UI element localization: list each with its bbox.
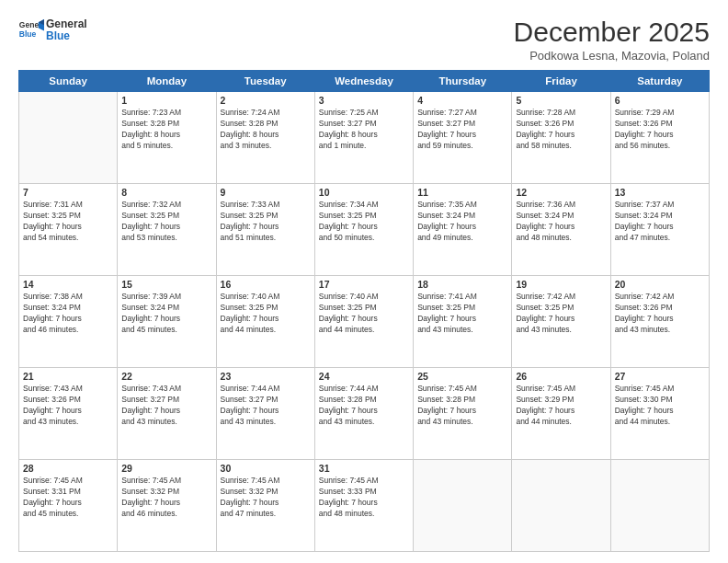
calendar-cell: 1Sunrise: 7:23 AMSunset: 3:28 PMDaylight… — [118, 92, 216, 184]
col-header-thursday: Thursday — [414, 71, 512, 92]
day-number: 18 — [417, 279, 507, 290]
calendar-cell: 25Sunrise: 7:45 AMSunset: 3:28 PMDayligh… — [414, 368, 512, 460]
day-info: Sunrise: 7:25 AMSunset: 3:27 PMDaylight:… — [319, 108, 409, 152]
day-info: Sunrise: 7:33 AMSunset: 3:25 PMDaylight:… — [221, 200, 311, 244]
calendar-cell: 30Sunrise: 7:45 AMSunset: 3:32 PMDayligh… — [216, 460, 314, 552]
calendar-cell: 24Sunrise: 7:44 AMSunset: 3:28 PMDayligh… — [314, 368, 413, 460]
page: General Blue General Blue December 2025 … — [0, 0, 728, 563]
day-number: 15 — [121, 279, 211, 290]
calendar-cell: 18Sunrise: 7:41 AMSunset: 3:25 PMDayligh… — [414, 276, 512, 368]
day-info: Sunrise: 7:45 AMSunset: 3:31 PMDaylight:… — [23, 476, 113, 520]
day-info: Sunrise: 7:41 AMSunset: 3:25 PMDaylight:… — [417, 292, 507, 336]
page-subtitle: Podkowa Lesna, Mazovia, Poland — [514, 49, 710, 63]
day-number: 9 — [221, 187, 311, 198]
day-number: 17 — [319, 279, 409, 290]
calendar-week-2: 7Sunrise: 7:31 AMSunset: 3:25 PMDaylight… — [19, 184, 710, 276]
header: General Blue General Blue December 2025 … — [18, 17, 710, 63]
day-info: Sunrise: 7:28 AMSunset: 3:26 PMDaylight:… — [516, 108, 606, 152]
day-info: Sunrise: 7:43 AMSunset: 3:27 PMDaylight:… — [121, 384, 211, 428]
calendar-cell: 20Sunrise: 7:42 AMSunset: 3:26 PMDayligh… — [610, 276, 709, 368]
calendar-cell: 6Sunrise: 7:29 AMSunset: 3:26 PMDaylight… — [610, 92, 709, 184]
calendar-cell: 23Sunrise: 7:44 AMSunset: 3:27 PMDayligh… — [216, 368, 314, 460]
calendar-table: SundayMondayTuesdayWednesdayThursdayFrid… — [18, 70, 710, 552]
day-info: Sunrise: 7:45 AMSunset: 3:29 PMDaylight:… — [516, 384, 606, 428]
day-info: Sunrise: 7:34 AMSunset: 3:25 PMDaylight:… — [319, 200, 409, 244]
day-number: 2 — [221, 95, 311, 106]
calendar-cell: 27Sunrise: 7:45 AMSunset: 3:30 PMDayligh… — [610, 368, 709, 460]
day-info: Sunrise: 7:31 AMSunset: 3:25 PMDaylight:… — [23, 200, 113, 244]
col-header-sunday: Sunday — [19, 71, 118, 92]
calendar-cell: 21Sunrise: 7:43 AMSunset: 3:26 PMDayligh… — [19, 368, 118, 460]
day-number: 5 — [516, 95, 606, 106]
day-number: 4 — [417, 95, 507, 106]
day-number: 25 — [417, 371, 507, 382]
day-number: 10 — [319, 187, 409, 198]
day-number: 21 — [23, 371, 113, 382]
day-info: Sunrise: 7:42 AMSunset: 3:25 PMDaylight:… — [516, 292, 606, 336]
calendar-week-5: 28Sunrise: 7:45 AMSunset: 3:31 PMDayligh… — [19, 460, 710, 552]
calendar-cell: 9Sunrise: 7:33 AMSunset: 3:25 PMDaylight… — [216, 184, 314, 276]
calendar-cell: 29Sunrise: 7:45 AMSunset: 3:32 PMDayligh… — [118, 460, 216, 552]
day-info: Sunrise: 7:35 AMSunset: 3:24 PMDaylight:… — [417, 200, 507, 244]
day-number: 12 — [516, 187, 606, 198]
calendar-week-4: 21Sunrise: 7:43 AMSunset: 3:26 PMDayligh… — [19, 368, 710, 460]
day-number: 31 — [319, 463, 409, 474]
day-number: 16 — [221, 279, 311, 290]
col-header-saturday: Saturday — [610, 71, 709, 92]
day-number: 11 — [417, 187, 507, 198]
title-block: December 2025 Podkowa Lesna, Mazovia, Po… — [514, 17, 710, 63]
calendar-cell: 15Sunrise: 7:39 AMSunset: 3:24 PMDayligh… — [118, 276, 216, 368]
calendar-cell: 10Sunrise: 7:34 AMSunset: 3:25 PMDayligh… — [314, 184, 413, 276]
day-info: Sunrise: 7:29 AMSunset: 3:26 PMDaylight:… — [615, 108, 705, 152]
logo: General Blue General Blue — [18, 17, 87, 42]
calendar-cell — [610, 460, 709, 552]
day-number: 29 — [121, 463, 211, 474]
day-number: 27 — [615, 371, 705, 382]
day-number: 13 — [615, 187, 705, 198]
calendar-cell: 3Sunrise: 7:25 AMSunset: 3:27 PMDaylight… — [314, 92, 413, 184]
day-info: Sunrise: 7:23 AMSunset: 3:28 PMDaylight:… — [121, 108, 211, 152]
calendar-cell: 12Sunrise: 7:36 AMSunset: 3:24 PMDayligh… — [512, 184, 610, 276]
calendar-cell: 7Sunrise: 7:31 AMSunset: 3:25 PMDaylight… — [19, 184, 118, 276]
day-info: Sunrise: 7:36 AMSunset: 3:24 PMDaylight:… — [516, 200, 606, 244]
calendar-cell: 17Sunrise: 7:40 AMSunset: 3:25 PMDayligh… — [314, 276, 413, 368]
calendar-cell: 31Sunrise: 7:45 AMSunset: 3:33 PMDayligh… — [314, 460, 413, 552]
calendar-cell — [512, 460, 610, 552]
logo-icon: General Blue — [18, 17, 44, 42]
calendar-cell: 2Sunrise: 7:24 AMSunset: 3:28 PMDaylight… — [216, 92, 314, 184]
day-number: 26 — [516, 371, 606, 382]
day-number: 23 — [221, 371, 311, 382]
day-info: Sunrise: 7:45 AMSunset: 3:32 PMDaylight:… — [221, 476, 311, 520]
day-info: Sunrise: 7:37 AMSunset: 3:24 PMDaylight:… — [615, 200, 705, 244]
calendar-cell: 16Sunrise: 7:40 AMSunset: 3:25 PMDayligh… — [216, 276, 314, 368]
calendar-cell: 11Sunrise: 7:35 AMSunset: 3:24 PMDayligh… — [414, 184, 512, 276]
day-info: Sunrise: 7:40 AMSunset: 3:25 PMDaylight:… — [221, 292, 311, 336]
day-info: Sunrise: 7:39 AMSunset: 3:24 PMDaylight:… — [121, 292, 211, 336]
calendar-cell: 13Sunrise: 7:37 AMSunset: 3:24 PMDayligh… — [610, 184, 709, 276]
calendar-cell: 19Sunrise: 7:42 AMSunset: 3:25 PMDayligh… — [512, 276, 610, 368]
day-info: Sunrise: 7:40 AMSunset: 3:25 PMDaylight:… — [319, 292, 409, 336]
calendar-cell: 14Sunrise: 7:38 AMSunset: 3:24 PMDayligh… — [19, 276, 118, 368]
calendar-cell: 26Sunrise: 7:45 AMSunset: 3:29 PMDayligh… — [512, 368, 610, 460]
day-info: Sunrise: 7:44 AMSunset: 3:27 PMDaylight:… — [221, 384, 311, 428]
day-number: 3 — [319, 95, 409, 106]
day-number: 24 — [319, 371, 409, 382]
calendar-week-3: 14Sunrise: 7:38 AMSunset: 3:24 PMDayligh… — [19, 276, 710, 368]
day-info: Sunrise: 7:42 AMSunset: 3:26 PMDaylight:… — [615, 292, 705, 336]
page-title: December 2025 — [514, 17, 710, 47]
day-number: 19 — [516, 279, 606, 290]
calendar-week-1: 1Sunrise: 7:23 AMSunset: 3:28 PMDaylight… — [19, 92, 710, 184]
day-number: 6 — [615, 95, 705, 106]
day-number: 8 — [121, 187, 211, 198]
calendar-cell — [414, 460, 512, 552]
calendar-cell: 4Sunrise: 7:27 AMSunset: 3:27 PMDaylight… — [414, 92, 512, 184]
day-info: Sunrise: 7:32 AMSunset: 3:25 PMDaylight:… — [121, 200, 211, 244]
day-info: Sunrise: 7:45 AMSunset: 3:33 PMDaylight:… — [319, 476, 409, 520]
col-header-tuesday: Tuesday — [216, 71, 314, 92]
day-number: 20 — [615, 279, 705, 290]
day-info: Sunrise: 7:24 AMSunset: 3:28 PMDaylight:… — [221, 108, 311, 152]
calendar-cell: 28Sunrise: 7:45 AMSunset: 3:31 PMDayligh… — [19, 460, 118, 552]
calendar-cell: 5Sunrise: 7:28 AMSunset: 3:26 PMDaylight… — [512, 92, 610, 184]
svg-text:Blue: Blue — [19, 29, 37, 39]
day-number: 28 — [23, 463, 113, 474]
